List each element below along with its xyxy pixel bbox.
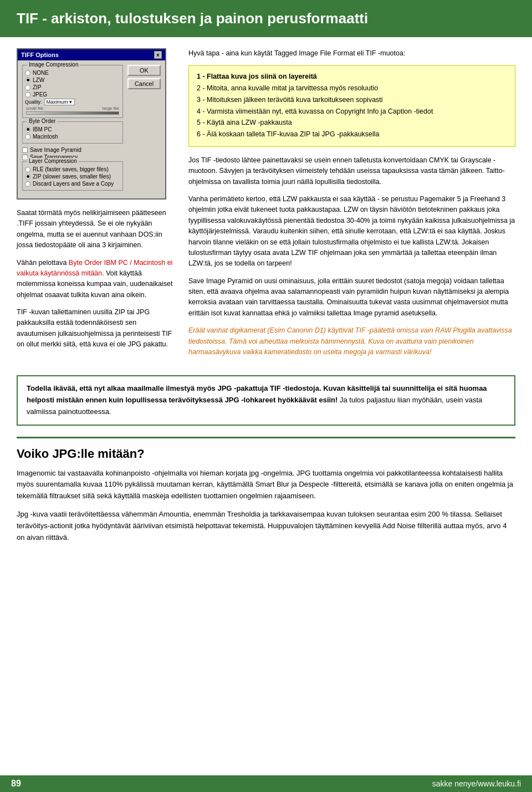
byte-order-section: Byte Order IBM PC Macintosh <box>22 121 123 144</box>
byte-order-label: Byte Order <box>27 118 57 124</box>
info-item-5: 5 - Käytä aina LZW -pakkausta <box>197 117 507 128</box>
section-para-1: Imagenomic tai vastaavalla kohinanpoisto… <box>17 468 515 502</box>
info-item-6: 6 - Älä koskaan talleta TIF-kuvaa ZIP ta… <box>197 129 507 140</box>
byte-order-mac-option[interactable]: Macintosh <box>25 134 120 140</box>
layer-compression-rle-label: RLE (faster saves, bigger files) <box>33 166 109 172</box>
compression-jpeg-label: JPEG <box>33 91 47 98</box>
tiff-dialog-left-panel: Image Compression NONE LZW <box>22 65 123 194</box>
right-column: Hyvä tapa - aina kun käytät Tagged Image… <box>188 48 515 364</box>
tiff-dialog-body: Image Compression NONE LZW <box>18 60 165 198</box>
compression-lzw-option[interactable]: LZW <box>25 77 120 83</box>
save-image-pyramid-label: Save Image Pyramid <box>30 147 81 153</box>
page-header: TIF - arkiston, tulostuksen ja painon pe… <box>0 0 532 37</box>
byte-order-ibm-radio[interactable] <box>25 127 30 132</box>
quality-slider[interactable] <box>26 111 119 115</box>
tiff-dialog-title-text: TIFF Options <box>21 52 59 58</box>
quality-label: Quality: <box>25 99 42 105</box>
tiff-dialog: TIFF Options × Image Compression NONE <box>17 48 166 200</box>
info-item-2: 2 - Mitoita, anna kuvalle mitat ja tarvi… <box>197 83 507 94</box>
info-box: 1 - Flattaa kuva jos siinä on layereitä … <box>188 65 515 147</box>
layer-compression-label: Layer Compression <box>27 158 79 164</box>
byte-order-mac-label: Macintosh <box>33 134 58 140</box>
layer-compression-discard-option[interactable]: Discard Layers and Save a Copy <box>25 181 120 187</box>
large-file-label: large file <box>103 106 119 111</box>
compression-zip-radio[interactable] <box>25 85 30 90</box>
page-title: TIF - arkiston, tulostuksen ja painon pe… <box>17 10 515 27</box>
footer-site: sakke nenye/www.leuku.fi <box>432 779 521 788</box>
layer-compression-discard-radio[interactable] <box>25 181 30 187</box>
compression-zip-option[interactable]: ZIP <box>25 84 120 90</box>
green-notice: Todella ikävää, että nyt alkaa maailmall… <box>17 375 515 425</box>
quality-slider-labels: small file large file <box>25 106 120 111</box>
layer-compression-rle-radio[interactable] <box>25 167 30 172</box>
quality-row: Quality: Maximum ▾ <box>25 99 120 105</box>
info-prefix-text: Hyvä tapa - aina kun käytät Tagged Image… <box>188 49 405 57</box>
info-item-3: 3 - Mitoituksen jälkeen terävöitä kuva t… <box>197 95 507 105</box>
layer-compression-section: Layer Compression RLE (faster saves, big… <box>22 161 123 191</box>
byte-order-ibm-label: IBM PC <box>33 126 52 132</box>
page: TIF - arkiston, tulostuksen ja painon pe… <box>0 0 532 792</box>
compression-jpeg-option[interactable]: JPEG <box>25 91 120 98</box>
footer-page-number: 89 <box>11 779 21 789</box>
left-para-1: Saatat törmätä myös nelikirjaimiseen pää… <box>17 208 177 251</box>
image-compression-section: Image Compression NONE LZW <box>22 65 123 118</box>
layer-compression-discard-label: Discard Layers and Save a Copy <box>33 181 114 187</box>
byte-order-ibm-option[interactable]: IBM PC <box>25 126 120 132</box>
compression-lzw-radio[interactable] <box>25 78 30 83</box>
right-para-2: Vanha perimätieto kertoo, että LZW pakka… <box>188 194 515 269</box>
ok-button[interactable]: OK <box>127 65 161 76</box>
content-area: TIFF Options × Image Compression NONE <box>0 37 532 375</box>
section-heading: Voiko JPG:lle mitään? <box>17 447 515 461</box>
layer-compression-zip-label: ZIP (slower saves, smaller files) <box>33 173 111 180</box>
left-column: TIFF Options × Image Compression NONE <box>17 48 177 364</box>
byte-order-options: IBM PC Macintosh <box>25 126 120 140</box>
cancel-button[interactable]: Cancel <box>127 78 161 89</box>
info-item-1: 1 - Flattaa kuva jos siinä on layereitä <box>197 71 507 82</box>
byte-order-link: Byte Order IBM PC / Macintosh ei vaikuta… <box>17 259 172 277</box>
image-compression-label: Image Compression <box>27 62 80 68</box>
right-para-3: Save Image Pyramid on uusi ominaisuus, j… <box>188 276 515 319</box>
right-para-1: Jos TIF -tiedosto lähtee painettavaksi s… <box>188 155 515 187</box>
section-para-2: Jpg -kuva vaatii terävöitettäessa vähemm… <box>17 509 515 543</box>
quality-dropdown[interactable]: Maximum ▾ <box>44 99 75 105</box>
compression-jpeg-radio[interactable] <box>25 92 30 98</box>
left-para-3: TIF -kuvan tallettaminen uusilla ZIP tai… <box>17 307 177 350</box>
save-image-pyramid-option[interactable]: Save Image Pyramid <box>22 147 123 153</box>
left-para-2: Vähän pelottava Byte Order IBM PC / Maci… <box>17 258 177 301</box>
compression-zip-label: ZIP <box>33 84 42 90</box>
layer-compression-options: RLE (faster saves, bigger files) ZIP (sl… <box>25 166 120 187</box>
compression-none-radio[interactable] <box>25 70 30 76</box>
save-image-pyramid-checkbox[interactable] <box>22 147 28 153</box>
page-footer: 89 sakke nenye/www.leuku.fi <box>0 775 532 792</box>
image-compression-options: NONE LZW ZIP <box>25 70 120 115</box>
tiff-dialog-buttons: OK Cancel <box>127 65 161 194</box>
small-file-label: small file <box>26 106 43 111</box>
byte-order-mac-radio[interactable] <box>25 134 30 140</box>
info-item-4: 4 - Varmista viimeistään nyt, että kuvas… <box>197 106 507 117</box>
second-section: Voiko JPG:lle mitään? Imagenomic tai vas… <box>0 438 532 559</box>
compression-none-option[interactable]: NONE <box>25 70 120 76</box>
orange-italic-text: Eräät vanhat digikamerat (Esim Canonin D… <box>188 326 512 356</box>
compression-none-label: NONE <box>33 70 49 76</box>
layer-compression-zip-radio[interactable] <box>25 174 30 180</box>
tiff-dialog-titlebar: TIFF Options × <box>18 49 165 60</box>
info-prefix: Hyvä tapa - aina kun käytät Tagged Image… <box>188 48 515 59</box>
tiff-dialog-close-button[interactable]: × <box>154 51 162 59</box>
layer-compression-zip-option[interactable]: ZIP (slower saves, smaller files) <box>25 173 120 180</box>
right-para-4: Eräät vanhat digikamerat (Esim Canonin D… <box>188 325 515 357</box>
layer-compression-rle-option[interactable]: RLE (faster saves, bigger files) <box>25 166 120 172</box>
compression-lzw-label: LZW <box>33 77 44 83</box>
